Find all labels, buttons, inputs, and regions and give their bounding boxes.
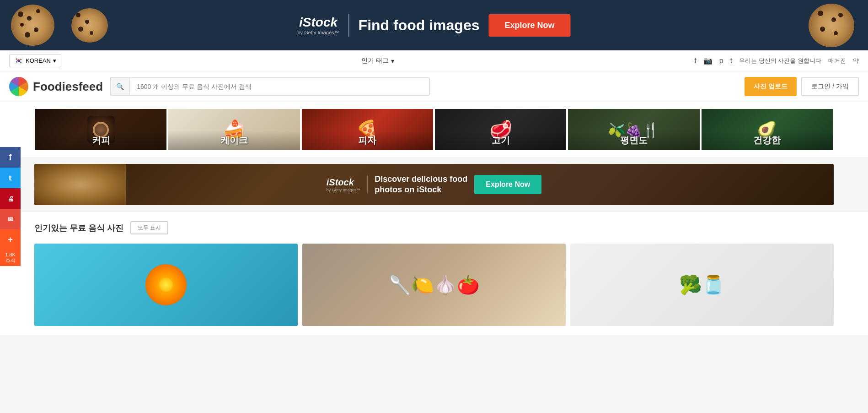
- share-count: 1.8K 주식: [0, 250, 21, 266]
- search-input[interactable]: [130, 78, 429, 95]
- photo-item-3[interactable]: 🥦🫙: [570, 244, 834, 326]
- social-sidebar: f 𝕥 🖨 ✉ + 1.8K 주식: [0, 147, 21, 266]
- photo-request-link[interactable]: 우리는 당신의 사진을 원합니다: [739, 57, 821, 65]
- photo-grid: 🥄🍋🧄🍅 🥦🫙: [34, 244, 834, 326]
- twitter-nav-icon[interactable]: t: [730, 57, 732, 65]
- category-cake[interactable]: 🍰 케이크: [168, 109, 300, 150]
- cookie-large: [11, 5, 54, 46]
- top-banner: iStock by Getty Images™ Find food images…: [0, 0, 868, 50]
- upload-photo-button[interactable]: 사진 업로드: [745, 77, 797, 96]
- category-meat-label: 고기: [435, 130, 566, 150]
- category-healthy-label: 건강한: [702, 130, 833, 150]
- banner-cookies-left: [0, 0, 119, 50]
- banner-headline: Find food images: [359, 17, 480, 34]
- sub-nav: 🇰🇷 KOREAN ▾ 인기 태그 ▾ f 📷 p t 우리는 당신의 사진을 …: [0, 50, 868, 71]
- facebook-icon: f: [9, 152, 12, 162]
- search-area: 🔍: [110, 77, 430, 96]
- mid-banner-headline: Discover delicious foodphotos on iStock: [375, 174, 467, 196]
- explore-now-button-mid[interactable]: Explore Now: [474, 175, 541, 194]
- about-link[interactable]: 약: [853, 57, 859, 65]
- mid-divider: [367, 175, 368, 194]
- popular-section: 인기있는 무료 음식 사진 모두 표시 🥄🍋🧄🍅 🥦🫙: [0, 212, 868, 335]
- category-coffee-label: 커피: [35, 130, 166, 150]
- photo-item-2[interactable]: 🥄🍋🧄🍅: [302, 244, 566, 326]
- header-actions: 사진 업로드 로그인 / 가입: [745, 77, 859, 96]
- language-label: KOREAN: [26, 57, 51, 64]
- banner-cookies-right: [795, 0, 868, 50]
- flag-icon: 🇰🇷: [14, 56, 23, 65]
- section-header: 인기있는 무료 음식 사진 모두 표시: [34, 221, 834, 234]
- instagram-nav-icon[interactable]: 📷: [703, 56, 713, 65]
- logo-icon: [9, 77, 28, 96]
- category-cake-label: 케이크: [168, 130, 300, 150]
- twitter-button[interactable]: 𝕥: [0, 168, 21, 188]
- banner-divider: [348, 14, 349, 37]
- section-title: 인기있는 무료 음식 사진: [34, 223, 123, 234]
- twitter-icon: 𝕥: [9, 174, 12, 182]
- istock-logo: iStock by Getty Images™: [297, 15, 339, 35]
- main-header: Foodiesfeed 🔍 사진 업로드 로그인 / 가입: [0, 71, 868, 102]
- categories-row: 커피 🍰 케이크 🍕 피자 🥩 고기 🫒🍇🍴 평면도 🥑 건강한: [0, 102, 868, 157]
- cookie-right: [809, 4, 854, 47]
- facebook-nav-icon[interactable]: f: [694, 57, 696, 65]
- email-icon: ✉: [8, 216, 13, 223]
- popular-tags-menu[interactable]: 인기 태그 ▾: [361, 57, 394, 65]
- chevron-down-icon: ▾: [53, 57, 56, 64]
- category-pizza[interactable]: 🍕 피자: [302, 109, 433, 150]
- print-icon: 🖨: [7, 195, 14, 202]
- popular-tags-label: 인기 태그: [361, 57, 389, 65]
- show-all-button[interactable]: 모두 표시: [130, 221, 168, 234]
- logo-text: Foodiesfeed: [33, 80, 103, 94]
- logo-area: Foodiesfeed: [9, 77, 103, 96]
- category-coffee[interactable]: 커피: [35, 109, 166, 150]
- pinterest-nav-icon[interactable]: p: [719, 57, 723, 65]
- category-meat[interactable]: 🥩 고기: [435, 109, 566, 150]
- cookie-small: [71, 8, 108, 43]
- search-icon: 🔍: [111, 78, 130, 95]
- language-selector[interactable]: 🇰🇷 KOREAN ▾: [9, 54, 61, 67]
- share-plus-button[interactable]: +: [0, 229, 21, 250]
- magazine-link[interactable]: 매거진: [828, 57, 846, 65]
- category-flatlay-label: 평면도: [568, 130, 699, 150]
- photo-item-1[interactable]: [34, 244, 298, 326]
- category-healthy[interactable]: 🥑 건강한: [702, 109, 833, 150]
- nav-right-links: f 📷 p t 우리는 당신의 사진을 원합니다 매거진 약: [694, 56, 859, 65]
- mid-istock-logo: iStock by Getty Images™: [327, 177, 361, 192]
- explore-now-button-top[interactable]: Explore Now: [488, 14, 570, 37]
- dropdown-icon: ▾: [391, 57, 394, 65]
- mid-banner: iStock by Getty Images™ Discover delicio…: [34, 164, 834, 205]
- plus-icon: +: [8, 235, 13, 245]
- facebook-button[interactable]: f: [0, 147, 21, 168]
- email-button[interactable]: ✉: [0, 209, 21, 229]
- login-button[interactable]: 로그인 / 가입: [801, 77, 859, 96]
- category-pizza-label: 피자: [302, 130, 433, 150]
- print-button[interactable]: 🖨: [0, 188, 21, 209]
- mid-banner-content: iStock by Getty Images™ Discover delicio…: [327, 174, 541, 196]
- category-flatlay[interactable]: 🫒🍇🍴 평면도: [568, 109, 699, 150]
